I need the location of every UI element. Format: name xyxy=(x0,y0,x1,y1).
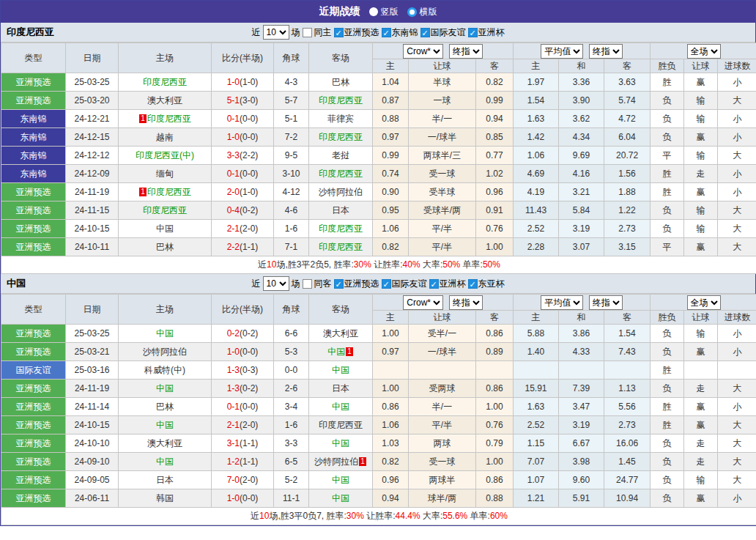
team-name-link[interactable]: 日本 xyxy=(332,383,349,393)
team-name-link[interactable]: 中国 xyxy=(327,347,345,357)
fulltime-score[interactable]: 3-1 xyxy=(227,438,240,448)
team-name-link[interactable]: 沙特阿拉伯 xyxy=(319,187,363,197)
league-type[interactable]: 亚洲预选 xyxy=(1,73,66,92)
home-team[interactable]: 中国 xyxy=(119,416,212,434)
league-type[interactable]: 亚洲预选 xyxy=(1,398,66,416)
league-type[interactable]: 亚洲预选 xyxy=(1,471,66,489)
team-name-link[interactable]: 巴林 xyxy=(332,77,349,87)
score[interactable]: 3-3(2-2) xyxy=(212,147,274,165)
home-team[interactable]: 沙特阿拉伯 xyxy=(119,343,212,361)
score[interactable]: 2-1(2-0) xyxy=(212,220,274,238)
home-team[interactable]: 巴林 xyxy=(119,398,212,416)
score[interactable]: 1-3(0-3) xyxy=(212,361,274,380)
league-type[interactable]: 亚洲预选 xyxy=(1,92,66,110)
away-team[interactable]: 印度尼西亚 xyxy=(309,416,373,434)
league-filter[interactable]: ✓国际友谊 xyxy=(420,26,466,39)
away-team[interactable]: 菲律宾 xyxy=(309,110,373,128)
league-type[interactable]: 亚洲预选 xyxy=(1,343,66,361)
average-select[interactable]: 平均值 xyxy=(541,44,583,59)
layout-vertical-option[interactable]: 竖版 xyxy=(369,6,399,18)
away-team[interactable]: 中国 xyxy=(309,434,373,453)
team-name-link[interactable]: 澳大利亚 xyxy=(147,95,182,106)
same-away-checkbox[interactable] xyxy=(303,279,312,289)
team-name-link[interactable]: 中国 xyxy=(332,493,349,503)
fulltime-select[interactable]: 全场 xyxy=(687,295,721,310)
league-filter[interactable]: ✓东亚杯 xyxy=(468,278,505,290)
team-name-link[interactable]: 印度尼西亚 xyxy=(319,132,363,142)
away-team[interactable]: 日本 xyxy=(309,380,373,398)
team-name-link[interactable]: 印度尼西亚 xyxy=(319,95,363,106)
league-filter[interactable]: ✓国际友谊 xyxy=(382,278,427,290)
fulltime-score[interactable]: 1-3 xyxy=(227,383,240,393)
team-name-link[interactable]: 中国 xyxy=(156,328,174,339)
away-team[interactable]: 中国 xyxy=(309,489,373,508)
team-name-link[interactable]: 澳大利亚 xyxy=(147,438,182,448)
home-team[interactable]: 越南 xyxy=(119,128,212,147)
away-team[interactable]: 中国 xyxy=(309,471,373,489)
team-name-link[interactable]: 中国 xyxy=(332,438,349,448)
score[interactable]: 3-1(1-1) xyxy=(212,434,274,453)
fulltime-score[interactable]: 2-1 xyxy=(227,420,240,430)
league-type[interactable]: 东南锦 xyxy=(1,147,66,165)
home-team[interactable]: 1印度尼西亚 xyxy=(119,183,212,201)
team-name-link[interactable]: 越南 xyxy=(156,132,174,142)
away-team[interactable]: 中国1 xyxy=(309,343,373,361)
team-name-link[interactable]: 中国 xyxy=(332,402,349,412)
league-type[interactable]: 亚洲预选 xyxy=(1,416,66,434)
away-team[interactable]: 印度尼西亚 xyxy=(309,92,373,110)
score[interactable]: 0-4(0-2) xyxy=(212,201,274,220)
score[interactable]: 0-1(0-0) xyxy=(212,398,274,416)
score[interactable]: 2-2(1-1) xyxy=(212,238,274,256)
fulltime-score[interactable]: 1-0 xyxy=(227,493,240,503)
odds-company-select[interactable]: Crow* xyxy=(403,44,443,59)
team-name-link[interactable]: 印度尼西亚 xyxy=(143,205,187,215)
fulltime-score[interactable]: 0-2 xyxy=(227,328,240,339)
home-team[interactable]: 巴林 xyxy=(119,238,212,256)
away-team[interactable]: 老挝 xyxy=(309,147,373,165)
home-team[interactable]: 科威特(中) xyxy=(119,361,212,380)
score[interactable]: 1-3(0-2) xyxy=(212,380,274,398)
team-name-link[interactable]: 印度尼西亚 xyxy=(147,114,191,124)
league-filter[interactable]: ✓亚洲杯 xyxy=(429,278,466,290)
team-name-link[interactable]: 巴林 xyxy=(156,402,174,412)
final-index-select[interactable]: 终指 xyxy=(589,295,623,310)
league-type[interactable]: 国际友谊 xyxy=(1,361,66,380)
fulltime-score[interactable]: 1-3 xyxy=(227,365,240,375)
average-select[interactable]: 平均值 xyxy=(541,295,583,310)
final-index-select[interactable]: 终指 xyxy=(589,44,623,59)
score[interactable]: 0-1(0-0) xyxy=(212,165,274,183)
score[interactable]: 1-0(0-0) xyxy=(212,128,274,147)
fulltime-score[interactable]: 5-1 xyxy=(227,95,240,106)
home-team[interactable]: 印度尼西亚(中) xyxy=(119,147,212,165)
league-type[interactable]: 东南锦 xyxy=(1,165,66,183)
league-type[interactable]: 亚洲预选 xyxy=(1,380,66,398)
odds-company-select[interactable]: Crow* xyxy=(403,295,443,310)
league-filter[interactable]: ✓亚洲杯 xyxy=(468,26,505,39)
league-filter[interactable]: ✓东南锦 xyxy=(382,26,418,39)
team-name-link[interactable]: 澳大利亚 xyxy=(323,328,358,339)
away-team[interactable]: 中国 xyxy=(309,361,373,380)
league-type[interactable]: 亚洲预选 xyxy=(1,201,66,220)
match-count-select[interactable]: 10 xyxy=(263,276,289,291)
layout-horizontal-option[interactable]: 横版 xyxy=(407,6,437,18)
fulltime-score[interactable]: 1-0 xyxy=(227,347,240,357)
team-name-link[interactable]: 印度尼西亚 xyxy=(319,242,363,252)
league-type[interactable]: 亚洲预选 xyxy=(1,325,66,343)
home-team[interactable]: 1印度尼西亚 xyxy=(119,110,212,128)
home-team[interactable]: 印度尼西亚 xyxy=(119,201,212,220)
team-name-link[interactable]: 日本 xyxy=(332,205,349,215)
league-type[interactable]: 亚洲预选 xyxy=(1,434,66,453)
team-name-link[interactable]: 日本 xyxy=(156,475,174,485)
league-filter[interactable]: ✓亚洲预选 xyxy=(334,26,379,39)
league-type[interactable]: 亚洲预选 xyxy=(1,220,66,238)
score[interactable]: 1-0(0-0) xyxy=(212,343,274,361)
home-team[interactable]: 中国 xyxy=(119,453,212,471)
away-team[interactable]: 中国 xyxy=(309,398,373,416)
team-name-link[interactable]: 中国 xyxy=(156,223,174,234)
team-name-link[interactable]: 菲律宾 xyxy=(327,114,354,124)
fulltime-score[interactable]: 0-1 xyxy=(227,169,240,179)
fulltime-score[interactable]: 0-1 xyxy=(227,402,240,412)
fulltime-score[interactable]: 2-1 xyxy=(227,223,240,234)
final-index-select[interactable]: 终指 xyxy=(449,295,483,310)
league-type[interactable]: 亚洲预选 xyxy=(1,238,66,256)
